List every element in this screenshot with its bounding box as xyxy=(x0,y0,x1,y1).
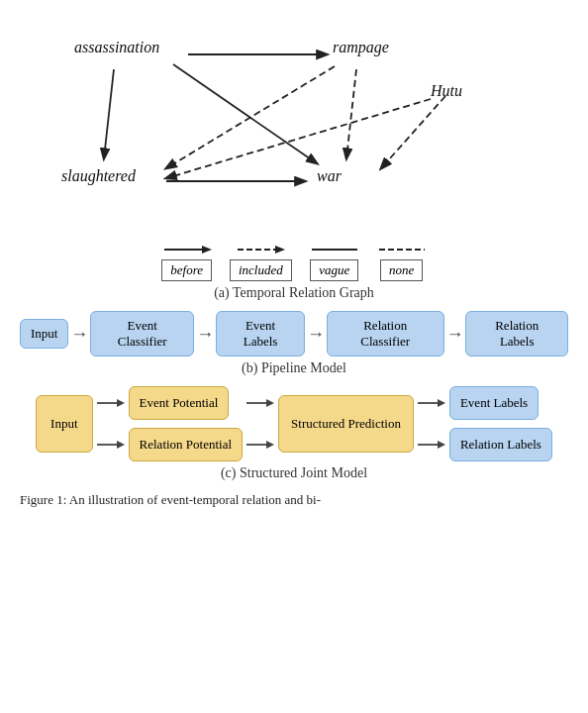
svg-text:rampage: rampage xyxy=(333,39,389,56)
svg-text:slaughtered: slaughtered xyxy=(61,167,137,185)
svg-marker-16 xyxy=(275,246,285,254)
legend-none-label: none xyxy=(380,259,423,281)
figure-container: assassination rampage Hutu slaughtered w… xyxy=(0,0,588,519)
pipeline-flow: Input → Event Classifier → Event Labels … xyxy=(20,311,568,356)
joint-relation-potential: Relation Potential xyxy=(129,428,244,461)
svg-marker-28 xyxy=(438,399,445,407)
pipeline-section: Input → Event Classifier → Event Labels … xyxy=(20,311,568,376)
svg-line-5 xyxy=(346,69,356,158)
pipe-arrow-4: → xyxy=(444,324,466,345)
figure-caption: Figure 1: An illustration of event-tempo… xyxy=(20,491,568,509)
svg-marker-22 xyxy=(117,441,125,449)
svg-line-7 xyxy=(166,99,431,178)
joint-right-col: Event Labels Relation Labels xyxy=(449,386,552,461)
caption-c: (c) Structured Joint Model xyxy=(20,465,568,481)
pipe-relation-labels: Relation Labels xyxy=(465,311,568,356)
joint-mid-col: Event Potential Relation Potential xyxy=(129,386,244,461)
svg-marker-14 xyxy=(202,246,212,254)
legend-area: before included vague xyxy=(20,242,568,281)
legend-before: before xyxy=(161,242,212,281)
joint-event-labels: Event Labels xyxy=(449,386,539,420)
legend-vague: vague xyxy=(310,242,359,281)
pipe-event-classifier: Event Classifier xyxy=(90,311,194,356)
joint-input: Input xyxy=(36,395,92,453)
svg-marker-24 xyxy=(266,399,274,407)
svg-text:war: war xyxy=(317,167,343,184)
pipe-event-labels: Event Labels xyxy=(216,311,305,356)
svg-line-1 xyxy=(173,64,317,163)
svg-line-6 xyxy=(381,96,445,168)
graph-section-a: assassination rampage Hutu slaughtered w… xyxy=(20,10,568,238)
svg-marker-26 xyxy=(266,441,274,449)
caption-b: (b) Pipeline Model xyxy=(20,360,568,376)
legend-included-label: included xyxy=(230,259,292,281)
legend-none: none xyxy=(377,242,427,281)
pipe-arrow-2: → xyxy=(194,324,216,345)
legend-before-label: before xyxy=(161,259,212,281)
legend-vague-label: vague xyxy=(310,259,358,281)
joint-event-potential: Event Potential xyxy=(129,386,230,420)
svg-marker-30 xyxy=(438,441,445,449)
svg-text:Hutu: Hutu xyxy=(430,82,462,99)
pipe-arrow-1: → xyxy=(68,324,90,345)
svg-marker-20 xyxy=(117,399,125,407)
joint-relation-labels: Relation Labels xyxy=(449,428,552,461)
svg-line-2 xyxy=(104,69,114,158)
svg-text:assassination: assassination xyxy=(74,39,159,55)
joint-structured-prediction: Structured Prediction xyxy=(278,395,414,453)
pipe-arrow-3: → xyxy=(305,324,327,345)
caption-a: (a) Temporal Relation Graph xyxy=(20,285,568,301)
joint-section: Input Event Potential Relation Potential xyxy=(20,386,568,481)
pipe-input: Input xyxy=(20,319,68,349)
pipe-relation-classifier: Relation Classifier xyxy=(327,311,444,356)
legend-included: included xyxy=(230,242,292,281)
